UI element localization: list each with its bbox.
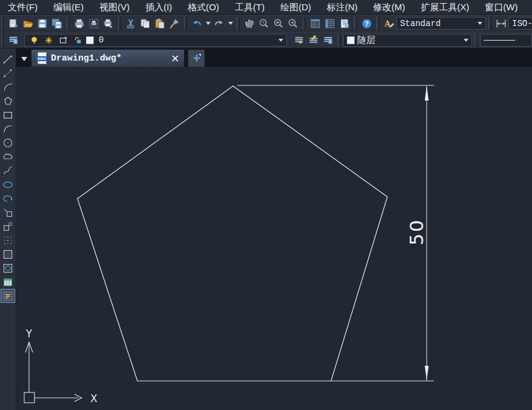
properties-palette-button[interactable] [308,16,323,31]
save-all-button[interactable] [50,16,64,31]
draw-table-button[interactable] [1,275,15,289]
draw-line-button[interactable] [1,52,15,66]
menu-express[interactable]: 扩展工具(X) [413,2,477,13]
dim-style-button[interactable] [494,16,508,31]
layers-palette-icon [324,18,336,30]
region-icon [2,262,14,274]
layer-manager-button[interactable] [6,33,21,47]
draw-polyline-button[interactable] [1,80,15,94]
match-properties-button[interactable] [167,16,182,31]
dim-style-select[interactable]: ISO-25 [508,17,532,30]
dim-style-icon [495,18,507,30]
toolbar-grip[interactable] [1,33,4,47]
copy-button[interactable] [138,16,153,31]
menu-tools[interactable]: 工具(T) [227,2,272,13]
draw-point-button[interactable] [1,233,15,247]
menu-bar: 文件(F)编辑(E)视图(V)插入(I)格式(O)工具(T)绘图(D)标注(N)… [0,0,532,15]
layer-state-manager-button[interactable] [321,33,335,47]
design-center-button[interactable] [337,16,352,31]
vertical-dimension[interactable] [237,85,434,381]
tab-close-icon[interactable] [171,55,179,62]
open-folder-button[interactable] [21,16,35,31]
layer-state-restore-button[interactable] [306,33,321,47]
print-preview-icon [88,18,100,30]
draw-construction-line-button[interactable] [1,66,15,80]
undo-history-button[interactable] [204,16,212,31]
layer-rect-toggle[interactable] [57,34,69,46]
draw-region-button[interactable] [1,261,15,275]
draw-arc-button[interactable] [1,122,15,136]
plot-button[interactable] [101,16,116,31]
menu-edit[interactable]: 编辑(E) [45,2,91,13]
layer-state-restore-icon [307,34,320,46]
draw-revision-cloud-button[interactable] [1,150,15,164]
menu-dimension[interactable]: 标注(N) [319,2,366,13]
draw-make-block-button[interactable] [1,219,15,233]
menu-modify[interactable]: 修改(M) [366,2,413,13]
draw-ellipse-arc-button[interactable] [1,191,15,205]
layer-color-chip [86,36,94,44]
new-file-button[interactable] [6,16,21,31]
undo-button[interactable] [189,16,204,31]
menu-draw[interactable]: 绘图(D) [272,2,319,13]
construction-line-icon [2,67,14,79]
layer-state-save-icon [293,34,305,46]
menu-format[interactable]: 格式(O) [180,2,227,13]
draw-circle-button[interactable] [1,136,15,150]
draw-hatch-button[interactable] [1,247,15,261]
zoom-realtime-button[interactable] [257,16,271,31]
pan-button[interactable] [242,16,257,31]
layer-select[interactable]: 0 [24,34,287,47]
linetype-select[interactable] [480,34,532,47]
menu-file[interactable]: 文件(F) [0,2,45,13]
menu-view[interactable]: 视图(V) [91,2,137,13]
ucs-icon[interactable] [24,342,82,403]
svg-text:?: ? [365,20,369,27]
draw-polygon-button[interactable] [1,94,15,108]
current-color-chip [347,36,355,44]
text-style-select[interactable]: Standard [396,17,486,30]
draw-insert-block-button[interactable] [1,205,15,219]
save-button[interactable] [35,16,50,31]
chevron-down-icon [228,22,233,25]
print-icon [73,18,85,30]
color-select[interactable]: 随层 [343,34,472,47]
ellipse-icon [2,179,14,191]
toolbar-separator [475,33,478,47]
toolbar-grip[interactable] [1,17,4,30]
paste-button[interactable] [153,16,167,31]
print-button[interactable] [72,16,87,31]
unlock-toggle[interactable] [71,34,84,46]
drawing-canvas[interactable]: 50YX [16,67,532,410]
pentagon-shape[interactable] [77,86,387,381]
cut-button[interactable] [123,16,138,31]
redo-button[interactable] [212,16,226,31]
bulb-on-icon [29,35,39,45]
zoom-previous-icon [287,18,299,30]
draw-ellipse-button[interactable] [1,177,15,191]
draw-mtext-button[interactable] [1,289,15,303]
drawing-tab[interactable]: DWG Drawing1.dwg* [31,50,184,67]
menu-insert[interactable]: 插入(I) [137,2,180,13]
layers-palette-button[interactable] [323,16,337,31]
sun-freeze-icon [44,35,54,45]
tab-list-icon[interactable] [21,57,27,61]
draw-rectangle-button[interactable] [1,108,15,122]
help-button[interactable]: ? [360,16,374,31]
paste-icon [154,18,166,30]
text-style-button[interactable]: A [382,16,396,31]
zoom-window-button[interactable] [271,16,286,31]
draw-spline-button[interactable] [1,164,15,177]
layer-manager-icon [7,34,19,46]
menu-window[interactable]: 窗口(W) [477,2,525,13]
zoom-previous-button[interactable] [286,16,300,31]
new-tab-button[interactable] [188,50,205,67]
sun-freeze-toggle[interactable] [42,34,54,46]
bulb-on-toggle[interactable] [28,34,40,46]
layer-state-save-button[interactable] [292,33,306,47]
draw-toolbar [0,48,16,410]
toolbar-separator [376,17,379,30]
print-preview-button[interactable] [87,16,101,31]
redo-history-button[interactable] [226,16,234,31]
circle-icon [2,137,14,149]
